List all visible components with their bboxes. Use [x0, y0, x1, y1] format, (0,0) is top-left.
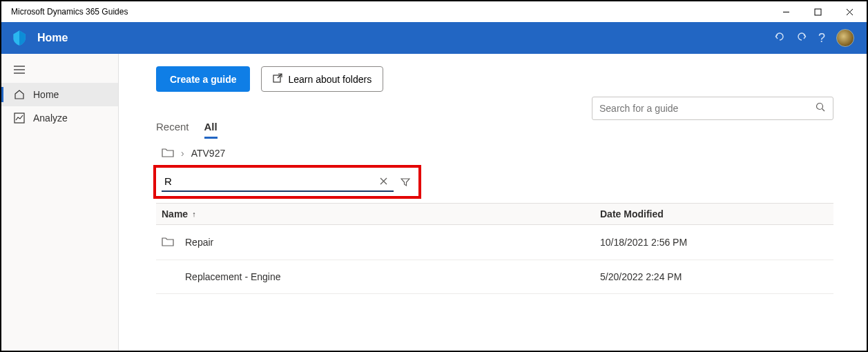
search-box[interactable] [592, 97, 833, 120]
svg-line-10 [822, 109, 825, 112]
chevron-right-icon: › [181, 148, 184, 159]
highlight-annotation [153, 165, 421, 199]
row-date: 5/20/2022 2:24 PM [600, 271, 828, 282]
sort-asc-icon: ↑ [192, 210, 196, 218]
app-logo-icon [10, 28, 29, 48]
sidebar-item-home[interactable]: Home [1, 83, 118, 106]
column-date-header[interactable]: Date Modified [600, 208, 828, 219]
sidebar-item-analyze[interactable]: Analyze [1, 106, 118, 130]
window-minimize-button[interactable] [770, 1, 802, 22]
table-row[interactable]: Repair 10/18/2021 2:56 PM [156, 225, 833, 260]
learn-folders-button[interactable]: Learn about folders [261, 66, 383, 92]
breadcrumb-current[interactable]: ATV927 [191, 148, 226, 159]
undo-icon[interactable] [774, 31, 785, 45]
sidebar-item-label: Analyze [33, 113, 68, 124]
learn-folders-label: Learn about folders [288, 74, 372, 85]
column-name-label: Name [162, 208, 188, 219]
avatar[interactable] [836, 29, 854, 47]
window-title: Microsoft Dynamics 365 Guides [11, 7, 128, 17]
main-content: Create a guide Learn about folders Recen… [119, 54, 867, 351]
tab-all[interactable]: All [204, 121, 218, 139]
folder-filter-input-wrap[interactable] [162, 172, 394, 192]
breadcrumb: › ATV927 [156, 147, 833, 159]
folder-icon [162, 236, 174, 248]
folder-filter-input[interactable] [164, 175, 376, 187]
table-row[interactable]: Replacement - Engine 5/20/2022 2:24 PM [156, 260, 833, 294]
row-name: Repair [185, 237, 213, 248]
table-header: Name ↑ Date Modified [156, 203, 833, 225]
open-link-icon [273, 73, 282, 85]
filter-icon[interactable] [398, 175, 413, 190]
window-close-button[interactable] [833, 1, 865, 22]
page-title: Home [37, 32, 68, 44]
tab-recent[interactable]: Recent [156, 121, 189, 139]
search-input[interactable] [599, 103, 816, 114]
clear-icon[interactable] [376, 173, 391, 188]
hamburger-icon[interactable] [1, 59, 118, 83]
row-date: 10/18/2021 2:56 PM [600, 237, 828, 248]
svg-point-9 [817, 104, 823, 110]
home-icon [14, 89, 25, 100]
help-icon[interactable]: ? [818, 31, 825, 46]
row-name: Replacement - Engine [185, 271, 281, 282]
search-icon [816, 102, 826, 115]
folder-icon[interactable] [162, 147, 174, 159]
redo-icon[interactable] [796, 31, 807, 45]
tabs: Recent All [156, 121, 833, 139]
window-titlebar: Microsoft Dynamics 365 Guides [1, 1, 867, 22]
sidebar-item-label: Home [33, 89, 59, 100]
sidebar: Home Analyze [1, 54, 119, 351]
window-maximize-button[interactable] [802, 1, 833, 22]
app-header: Home ? [1, 22, 867, 54]
svg-rect-1 [815, 9, 821, 15]
column-name-header[interactable]: Name ↑ [162, 208, 600, 219]
column-date-label: Date Modified [600, 208, 664, 219]
create-guide-button[interactable]: Create a guide [156, 66, 250, 92]
analyze-icon [14, 113, 25, 124]
